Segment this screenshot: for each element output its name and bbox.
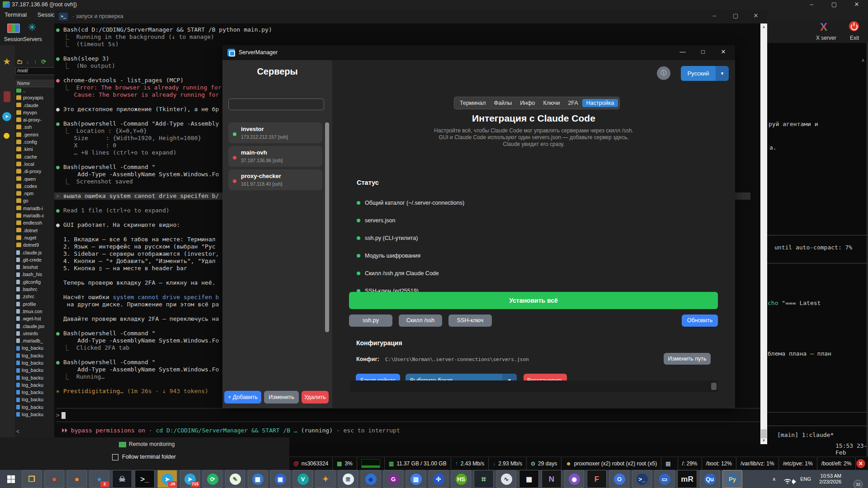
minimize-button[interactable]: – [804, 1, 819, 8]
file-row[interactable]: log_backu [15, 345, 55, 352]
users-cell[interactable]: ☻proxmoxer (x2) robot (x2) root (x5) [561, 457, 661, 470]
taskbar-n-app[interactable]: N [542, 470, 561, 488]
info-button[interactable]: ⓘ [657, 66, 670, 80]
x-server-button-label[interactable]: X server [816, 35, 836, 41]
folder-up-icon[interactable]: 🗀 [17, 58, 23, 65]
taskbar-telegram-alt[interactable]: ➤715 [180, 470, 200, 488]
terminal-close-button[interactable]: ✕ [747, 12, 765, 19]
file-row[interactable]: .mariadb_ [15, 338, 55, 345]
terminal-minimize-button[interactable]: – [705, 12, 723, 19]
swiss-knife-icon[interactable] [4, 91, 10, 102]
favorites-star-icon[interactable]: ★ [3, 56, 11, 67]
file-row[interactable]: .tmux.con [15, 309, 55, 316]
file-row[interactable]: .local [15, 161, 55, 169]
taskbar-blue-crab-app[interactable]: ✣ [429, 470, 448, 488]
sm-minimize-button[interactable]: — [676, 48, 689, 55]
file-row[interactable]: log_backu [15, 360, 55, 367]
file-row[interactable]: .bash_his [15, 272, 55, 279]
taskbar-bird-app[interactable]: ◆ [361, 470, 381, 488]
file-row[interactable]: log_backu [15, 397, 55, 404]
file-row[interactable]: .wget-hst [15, 316, 55, 323]
install-all-button[interactable]: Установить всё [349, 292, 718, 309]
component-button-2[interactable]: Скилл /ssh [399, 314, 442, 327]
file-row[interactable]: log_backu [15, 412, 55, 419]
file-row[interactable]: log_backu [15, 375, 55, 382]
taskbar-photos-app[interactable]: ▣ [270, 470, 290, 488]
file-row[interactable]: .zshrc [15, 294, 55, 301]
taskbar-sync-tool[interactable]: ⟳ [203, 470, 222, 488]
log-scroll-handle[interactable] [711, 383, 717, 390]
file-row[interactable]: ai-proxy- [15, 117, 55, 124]
refresh-icon[interactable]: ⟳ [41, 58, 46, 65]
taskbar-figma[interactable]: F [587, 470, 607, 488]
add-server-button[interactable]: + Добавить [224, 391, 261, 404]
taskbar-mremoteng[interactable]: mR [677, 470, 697, 488]
taskbar-v-app[interactable]: V [293, 470, 313, 488]
telegram-icon[interactable]: ➤ [2, 112, 11, 121]
language-indicator[interactable]: ENG [800, 476, 811, 482]
tray-clock[interactable]: 10:53 AM2/23/2026 [819, 473, 841, 485]
upload-cell[interactable]: ↑2.43 Mb/s [451, 457, 489, 470]
file-row[interactable]: .claude.jso [15, 324, 55, 331]
exit-button-label[interactable]: Exit [850, 35, 859, 41]
taskbar-powershell[interactable]: >_ [632, 470, 652, 488]
cpu-cell[interactable]: ▦3% [333, 457, 357, 470]
file-row[interactable]: .kimi [15, 146, 55, 154]
checkbox-icon[interactable] [112, 454, 118, 460]
edit-server-button[interactable]: Изменить [264, 391, 299, 404]
file-row[interactable]: .lesshst [15, 264, 55, 272]
server-item[interactable]: investor173.212.212.157 [ssh] [228, 122, 322, 143]
refresh-button[interactable]: Обновить [682, 314, 718, 327]
file-row[interactable]: proxyapis [15, 95, 55, 102]
file-row[interactable]: mariadb-i [15, 206, 55, 213]
file-row[interactable]: .gemini [15, 132, 55, 139]
taskbar-python-app[interactable]: Py [722, 470, 742, 488]
file-row[interactable]: log_backu [15, 382, 55, 389]
file-row[interactable]: .codex [15, 183, 55, 191]
file-row[interactable]: .. [15, 88, 55, 95]
taskbar-purple-g-app[interactable]: G [383, 470, 403, 488]
taskbar-remote-screen[interactable]: ▭ [655, 470, 675, 488]
file-row[interactable]: .viminfo [15, 331, 55, 338]
upload-icon[interactable]: ↑ [34, 58, 37, 65]
disk-usage-cell[interactable]: /etc/pve: 1% [779, 457, 817, 470]
file-row[interactable]: .ssh [15, 124, 55, 131]
terminal-scrollbar[interactable]: ▲ ▼ [760, 23, 767, 444]
scroll-up-arrow[interactable]: ▲ [760, 24, 767, 29]
disk-usage-cell[interactable]: /boot/efi: 2% [817, 457, 856, 470]
component-button-1[interactable]: ssh.py [349, 314, 392, 327]
taskbar-cmd-terminal[interactable]: >_ [135, 470, 155, 488]
taskbar-github-desktop[interactable]: ◉ [564, 470, 584, 488]
terminal-prompt[interactable]: > [56, 412, 66, 419]
chevron-up-icon[interactable]: ∧ [861, 57, 865, 63]
taskbar-thunderbird-mail[interactable]: ●2 [90, 470, 109, 488]
tab-Настройка[interactable]: Настройка [582, 99, 618, 107]
file-row[interactable]: .dotnet [15, 228, 55, 235]
menu-terminal[interactable]: Terminal [0, 10, 31, 19]
ram-cell[interactable]: ▥11.37 GB / 31.00 GB [385, 457, 451, 470]
file-row[interactable]: dotnet9 [15, 242, 55, 249]
delete-server-button[interactable]: Удалить [302, 391, 329, 404]
scroll-down-arrow[interactable]: ▼ [760, 438, 767, 443]
taskbar-telegram-main[interactable]: ➤.26 [157, 470, 177, 488]
maximize-button[interactable]: ▢ [826, 1, 842, 8]
file-row[interactable]: go [15, 198, 55, 205]
tray-chevron-icon[interactable]: ∧ [772, 476, 776, 482]
taskbar-cube-3d-app[interactable]: ◼ [519, 470, 539, 488]
language-dropdown[interactable]: Русский ▾ [681, 66, 729, 81]
right-edge-scrollbar[interactable] [867, 43, 868, 456]
file-row[interactable]: .qwen [15, 176, 55, 183]
chevron-down-icon[interactable]: ▾ [716, 66, 729, 81]
close-monitor-button[interactable]: ✕ [856, 459, 865, 468]
disk-usage-cell[interactable]: /var/lib/vz: 1% [736, 457, 779, 470]
component-button-3[interactable]: SSH-ключ [448, 314, 492, 327]
disk-usage-cell[interactable]: /boot: 12% [702, 457, 736, 470]
tab-Инфо[interactable]: Инфо [516, 99, 539, 107]
path-input[interactable]: /root/ [15, 67, 55, 75]
server-item[interactable]: main-ovh37.187.136.86 [ssh] [228, 146, 322, 167]
remote-monitoring-label[interactable]: Remote monitoring [119, 441, 175, 447]
taskbar-proxy-tool[interactable]: ☠ [112, 470, 132, 488]
file-row[interactable]: .config [15, 139, 55, 146]
taskbar-firefox-browser[interactable]: ● [67, 470, 87, 488]
file-row[interactable]: .claude.js [15, 250, 55, 257]
